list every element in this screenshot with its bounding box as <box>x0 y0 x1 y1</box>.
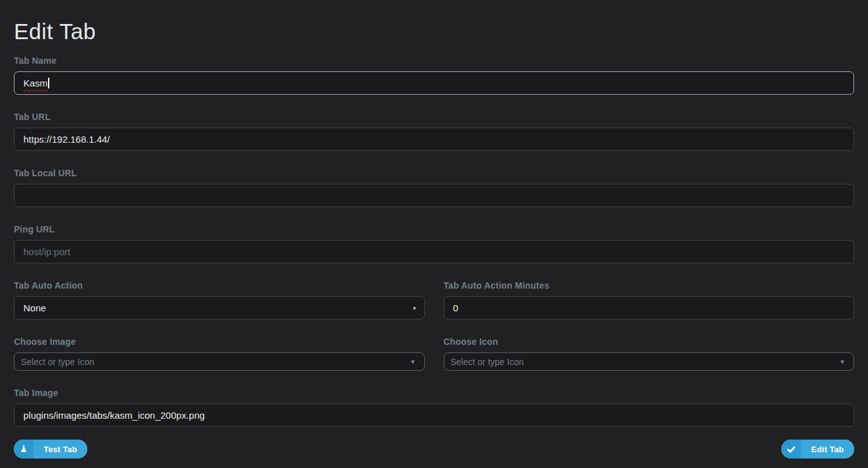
check-icon <box>781 440 801 459</box>
chevron-down-icon: ▼ <box>410 359 416 365</box>
edit-tab-form: Edit Tab Tab Name Kasm Tab URL Tab Local… <box>0 0 868 468</box>
tab-name-label: Tab Name <box>14 56 854 66</box>
tab-auto-action-label: Tab Auto Action <box>14 280 425 291</box>
flask-icon <box>14 440 34 459</box>
tab-auto-action-value: None <box>23 303 46 313</box>
tab-local-url-label: Tab Local URL <box>14 168 854 178</box>
tab-url-input[interactable] <box>14 128 854 151</box>
tab-auto-action-group: Tab Auto Action None ▼ <box>14 280 425 320</box>
tab-image-group: Tab Image <box>14 388 854 427</box>
tab-auto-action-select[interactable]: None ▼ <box>14 296 425 320</box>
tab-image-label: Tab Image <box>14 388 854 398</box>
tab-auto-action-minutes-label: Tab Auto Action Minutes <box>444 280 855 291</box>
choose-icon-placeholder: Select or type Icon <box>451 357 524 367</box>
choose-image-combobox[interactable]: Select or type Icon ▼ <box>14 352 425 371</box>
tab-local-url-input[interactable] <box>14 184 854 207</box>
tab-url-label: Tab URL <box>14 112 854 122</box>
tab-name-group: Tab Name Kasm <box>14 56 854 95</box>
edit-tab-button[interactable]: Edit Tab <box>781 440 854 459</box>
tab-local-url-group: Tab Local URL <box>14 168 854 207</box>
button-bar: Test Tab Edit Tab <box>14 440 854 459</box>
choose-row: Choose Image Select or type Icon ▼ Choos… <box>14 337 854 371</box>
chevron-down-icon: ▼ <box>412 305 417 311</box>
ping-url-label: Ping URL <box>14 224 854 234</box>
choose-icon-combobox[interactable]: Select or type Icon ▼ <box>444 352 855 371</box>
tab-auto-action-minutes-input[interactable] <box>444 296 855 320</box>
choose-image-placeholder: Select or type Icon <box>21 357 94 367</box>
tab-image-input[interactable] <box>14 404 854 427</box>
tab-name-input[interactable]: Kasm <box>14 71 854 95</box>
choose-icon-label: Choose Icon <box>444 337 855 347</box>
test-tab-button[interactable]: Test Tab <box>14 440 87 459</box>
page-title: Edit Tab <box>14 20 854 42</box>
tab-name-value: Kasm <box>23 78 47 88</box>
test-tab-label: Test Tab <box>34 440 87 459</box>
choose-image-group: Choose Image Select or type Icon ▼ <box>14 337 425 371</box>
chevron-down-icon: ▼ <box>840 359 845 365</box>
choose-image-label: Choose Image <box>14 337 425 347</box>
tab-url-group: Tab URL <box>14 112 854 151</box>
choose-icon-group: Choose Icon Select or type Icon ▼ <box>444 337 855 371</box>
auto-action-row: Tab Auto Action None ▼ Tab Auto Action M… <box>14 280 854 320</box>
ping-url-input[interactable] <box>14 240 854 263</box>
text-caret <box>48 78 49 88</box>
ping-url-group: Ping URL <box>14 224 854 263</box>
tab-auto-action-minutes-group: Tab Auto Action Minutes <box>444 280 855 320</box>
edit-tab-label: Edit Tab <box>801 440 854 459</box>
